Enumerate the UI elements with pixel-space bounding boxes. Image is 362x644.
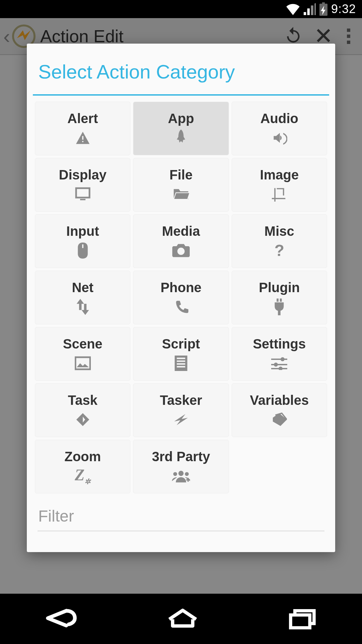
- category-label: Image: [260, 167, 299, 182]
- group-icon: [172, 468, 190, 484]
- document-icon: [175, 355, 187, 372]
- category-label: Zoom: [64, 449, 101, 464]
- svg-point-8: [185, 472, 189, 476]
- category-label: Display: [59, 167, 107, 182]
- category-label: Tasker: [160, 393, 202, 408]
- phone-icon: [174, 299, 188, 315]
- category-scene[interactable]: Scene: [35, 327, 130, 381]
- category-app[interactable]: App: [133, 102, 229, 155]
- category-media[interactable]: Media: [133, 214, 229, 268]
- status-bar: 9:32: [0, 0, 362, 18]
- nav-back-button[interactable]: [43, 606, 80, 631]
- plug-icon: [273, 299, 285, 315]
- category-label: File: [170, 167, 193, 182]
- dialog-title: Select Action Category: [33, 44, 329, 94]
- nav-recent-button[interactable]: [286, 606, 319, 631]
- category-label: Audio: [260, 111, 298, 126]
- category-display[interactable]: Display: [35, 158, 130, 212]
- svg-point-7: [173, 472, 177, 476]
- category-label: Task: [68, 393, 98, 408]
- category-label: Plugin: [259, 280, 300, 295]
- category-zoom[interactable]: ZoomZ✲: [35, 440, 130, 493]
- category-label: Script: [162, 336, 200, 352]
- category-alert[interactable]: Alert: [35, 102, 130, 155]
- status-clock: 9:32: [331, 2, 356, 16]
- category-label: Net: [72, 280, 93, 295]
- system-navbar: [0, 594, 362, 644]
- category-tasker[interactable]: Tasker: [133, 383, 229, 437]
- category-3rd-party[interactable]: 3rd Party: [133, 440, 229, 493]
- category-label: Phone: [161, 280, 201, 295]
- speaker-icon: [271, 129, 287, 146]
- battery-charging-icon: [319, 2, 328, 16]
- svg-point-3: [281, 357, 285, 361]
- select-action-category-dialog: Select Action Category AlertAppAudioDisp…: [27, 44, 335, 552]
- category-label: Variables: [250, 393, 309, 408]
- category-file[interactable]: File: [133, 158, 229, 212]
- category-script[interactable]: Script: [133, 327, 229, 381]
- category-plugin[interactable]: Plugin: [232, 271, 327, 324]
- category-label: App: [168, 111, 194, 126]
- category-input[interactable]: Input: [35, 214, 130, 268]
- category-grid: AlertAppAudioDisplayFileImageInputMediaM…: [33, 102, 329, 493]
- filter-row: [33, 501, 329, 531]
- sliders-icon: [271, 355, 287, 372]
- picture-icon: [75, 355, 91, 372]
- category-task[interactable]: Task: [35, 383, 130, 437]
- category-phone[interactable]: Phone: [133, 271, 229, 324]
- signal-icon: [304, 3, 316, 15]
- camera-icon: [172, 242, 190, 259]
- category-misc[interactable]: Misc?: [232, 214, 327, 268]
- svg-rect-9: [291, 615, 310, 628]
- category-label: 3rd Party: [152, 449, 210, 464]
- zoom-icon: Z✲: [75, 468, 90, 484]
- dialog-divider: [33, 94, 329, 96]
- category-label: Alert: [67, 111, 98, 126]
- question-icon: ?: [275, 242, 284, 259]
- category-variables[interactable]: Variables: [232, 383, 327, 437]
- category-label: Scene: [63, 336, 103, 352]
- category-label: Settings: [253, 336, 306, 352]
- svg-point-6: [178, 471, 183, 476]
- bolt-icon: [173, 411, 189, 428]
- nav-home-button[interactable]: [166, 606, 199, 631]
- svg-point-4: [274, 363, 278, 367]
- wifi-icon: [286, 3, 300, 15]
- category-net[interactable]: Net: [35, 271, 130, 324]
- rocket-icon: [175, 129, 187, 146]
- category-image[interactable]: Image: [232, 158, 327, 212]
- updown-icon: [76, 299, 89, 315]
- tag-icon: [272, 411, 287, 428]
- svg-point-5: [279, 367, 283, 370]
- diamond-icon: [76, 411, 90, 428]
- filter-input[interactable]: [38, 503, 324, 531]
- category-audio[interactable]: Audio: [232, 102, 327, 155]
- category-settings[interactable]: Settings: [232, 327, 327, 381]
- alert-icon: [75, 129, 90, 146]
- category-label: Misc: [264, 224, 294, 239]
- svg-rect-1: [75, 357, 90, 369]
- monitor-icon: [74, 186, 91, 203]
- mouse-icon: [77, 242, 88, 259]
- folder-icon: [172, 186, 190, 203]
- category-label: Media: [162, 224, 200, 239]
- crop-icon: [272, 186, 287, 203]
- category-label: Input: [66, 224, 99, 239]
